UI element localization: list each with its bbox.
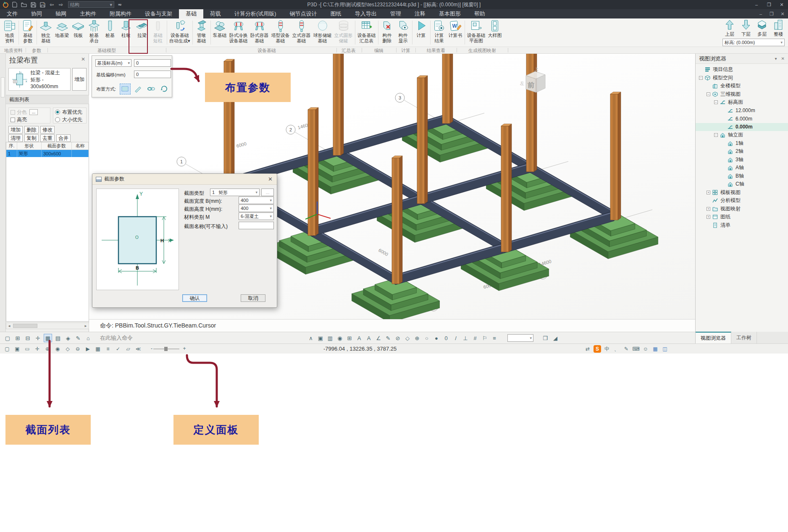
scrollbar-thumb[interactable] — [13, 324, 37, 328]
node-snap-icon[interactable]: ● — [432, 334, 441, 342]
section-type-more-button[interactable]: ... — [261, 189, 274, 196]
panel-close-icon[interactable]: ✕ — [81, 56, 85, 62]
command-input[interactable]: 在此输入命令 — [100, 334, 281, 342]
rotate-place-icon[interactable] — [159, 84, 170, 94]
quick-access-more-icon[interactable]: ≂ — [116, 1, 123, 8]
column-header-形状[interactable]: 形状 — [17, 142, 42, 149]
ribbon-button-设备基础平面图[interactable]: 设备基础平面图 — [466, 18, 487, 47]
nav-下层[interactable]: 下层 — [739, 19, 753, 37]
pick-place-icon[interactable] — [120, 84, 131, 94]
tree-item-清单[interactable]: 清单 — [696, 221, 788, 230]
collapse-expander-icon[interactable]: − — [699, 76, 703, 80]
collapse-icon[interactable]: ∧ — [307, 334, 315, 342]
zoom-window-icon[interactable]: ◉ — [54, 345, 61, 353]
tree-item-轴立面[interactable]: −轴立面 — [696, 131, 788, 139]
dock-panel-icon[interactable]: ◢ — [551, 334, 559, 342]
material-type-combo[interactable]: 6-混凝土▾ — [239, 212, 274, 220]
ribbon-button-设备基础自动生成▾[interactable]: 设备基础自动生成▾ — [168, 18, 192, 47]
scroll-right-icon[interactable]: ► — [83, 324, 89, 328]
ribbon-button-塔型设备基础[interactable]: 塔型设备基础 — [270, 18, 291, 47]
ribbon-button-地质资料[interactable]: 地质资料 — [2, 18, 18, 47]
baseline-offset-input[interactable]: 0 — [134, 71, 171, 78]
save-icon[interactable] — [29, 1, 37, 8]
doc-restore-button[interactable]: ❒ — [766, 9, 777, 18]
new-file-icon[interactable] — [11, 1, 18, 8]
nav-整楼[interactable]: 整楼 — [771, 19, 785, 37]
no-snap-icon[interactable]: ⊘ — [394, 334, 402, 342]
list-icon[interactable]: ≡ — [490, 334, 499, 342]
collapse-expander-icon[interactable]: − — [707, 92, 710, 96]
add-section-button[interactable]: 增加 — [72, 68, 87, 91]
dialog-title-bar[interactable]: 截面参数 — [92, 174, 277, 185]
tree-item-6.000m[interactable]: 6.000m — [696, 115, 788, 123]
section-type-combo[interactable]: 1 矩形▾ — [210, 189, 260, 196]
pen-input-icon[interactable]: ✎ — [623, 345, 630, 353]
hatch-display-icon[interactable]: ▥ — [326, 334, 334, 342]
ribbon-button-基础短柱[interactable]: 基础短柱 — [150, 18, 166, 47]
hash-grid-icon[interactable]: # — [471, 334, 479, 342]
top-elevation-input[interactable]: 0 — [134, 59, 171, 67]
cancel-button[interactable]: 取消 — [241, 294, 265, 302]
ribbon-button-构件显示[interactable]: 构件显示 — [395, 18, 411, 47]
menu-帮助[interactable]: 帮助 — [468, 9, 492, 18]
collapse-expander-icon[interactable]: − — [714, 133, 718, 137]
ribbon-button-基础参数[interactable]: 基础参数 — [20, 18, 36, 47]
tree-item-2轴[interactable]: 2轴 — [696, 147, 788, 156]
check-icon[interactable]: ✓ — [114, 345, 122, 353]
flat-view-icon[interactable]: ▭ — [24, 345, 31, 353]
tree-item-分析模型[interactable]: 分析模型 — [696, 197, 788, 205]
pick-cursor-icon[interactable]: ▢ — [3, 334, 12, 342]
ribbon-button-卧式冷换设备基础[interactable]: 卧式冷换设备基础 — [228, 18, 249, 47]
doc-close-button[interactable]: ✕ — [777, 9, 788, 18]
去重-button[interactable]: 去重 — [40, 134, 55, 142]
tree-item-12.000m[interactable]: 12.000m — [696, 107, 788, 115]
lock-zero-icon[interactable]: 0 — [442, 334, 450, 342]
section-table[interactable]: 序.形状截面参数名称 1矩形300x600 — [6, 142, 89, 322]
tree-item-模板视图[interactable]: +模板视图 — [696, 189, 788, 197]
zoom-extents-icon[interactable]: ⊕ — [44, 345, 51, 353]
table-row[interactable]: 1矩形300x600 — [6, 150, 89, 157]
ribbon-button-筏板[interactable]: 筏板 — [70, 18, 86, 47]
sync-icon[interactable]: ⇄ — [584, 345, 591, 353]
ribbon-button-桩基[interactable]: 桩基 — [102, 18, 118, 47]
color-checkbox[interactable] — [11, 110, 15, 115]
chain-link-icon[interactable] — [146, 84, 157, 94]
menu-主构件[interactable]: 主构件 — [73, 9, 103, 18]
remove-select-icon[interactable]: ⊟ — [24, 334, 32, 342]
keyboard-icon[interactable]: ⌨ — [632, 345, 640, 353]
menu-导入导出[interactable]: 导入导出 — [348, 9, 383, 18]
menu-基础[interactable]: 基础 — [179, 9, 203, 18]
save-as-icon[interactable] — [39, 1, 46, 8]
sketch-icon[interactable]: ✎ — [74, 334, 82, 342]
清理-button[interactable]: 清理 — [8, 134, 23, 142]
undo-icon[interactable]: ⇦ — [48, 1, 55, 8]
workspace-combo[interactable]: 结构▾ — [68, 1, 114, 8]
place-priority-radio[interactable] — [55, 110, 60, 115]
restore-button[interactable]: ❒ — [763, 0, 775, 9]
snap-diamond-icon[interactable]: ◈ — [64, 334, 72, 342]
nav-多层[interactable]: 多层 — [755, 19, 769, 37]
chinese-mode-icon[interactable]: 中 — [603, 345, 611, 353]
section-height-combo[interactable]: 400▾ — [239, 204, 274, 212]
menu-图纸[interactable]: 图纸 — [324, 9, 348, 18]
text-height-icon[interactable]: A — [365, 334, 373, 342]
tree-item-标高面[interactable]: −标高面 — [696, 98, 788, 107]
menu-附属构件[interactable]: 附属构件 — [103, 9, 138, 18]
collapse-expander-icon[interactable]: − — [714, 100, 718, 104]
redo-icon[interactable]: ⇨ — [57, 1, 65, 8]
punctuation-icon[interactable]: 、 — [613, 345, 620, 353]
ribbon-button-构件删除[interactable]: 构件删除 — [379, 18, 395, 47]
more-colors-button[interactable]: ... — [29, 109, 38, 115]
confirm-button[interactable]: 确认 — [182, 294, 207, 302]
new-window-icon[interactable]: ▢ — [3, 345, 11, 353]
intersection-snap-icon[interactable]: ⊕ — [413, 334, 421, 342]
tree-item-B轴[interactable]: B轴 — [696, 172, 788, 181]
ribbon-button-设备基础汇总表[interactable]: 设备基础汇总表 — [356, 18, 377, 47]
emoji-icon[interactable]: ☺ — [642, 345, 649, 353]
close-icon[interactable]: ✕ — [781, 56, 785, 61]
menu-管理[interactable]: 管理 — [383, 9, 408, 18]
perpendicular-icon[interactable]: ⊥ — [461, 334, 470, 342]
orbit-icon[interactable]: ◇ — [64, 345, 71, 353]
flag-icon[interactable]: ⚐ — [481, 334, 489, 342]
center-snap-icon[interactable]: ◉ — [336, 334, 344, 342]
